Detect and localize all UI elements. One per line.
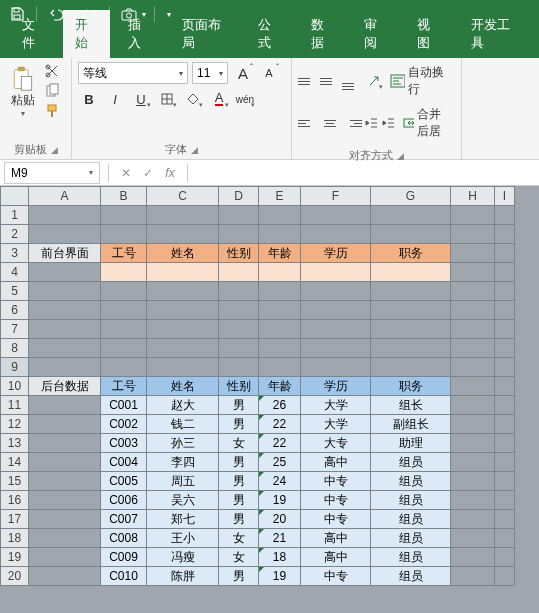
format-painter-icon[interactable] <box>42 102 62 120</box>
cell-B11[interactable]: C001 <box>101 396 147 415</box>
cell-A8[interactable] <box>29 339 101 358</box>
cell-C17[interactable]: 郑七 <box>147 510 219 529</box>
cell-D18[interactable]: 女 <box>219 529 259 548</box>
cell-C5[interactable] <box>147 282 219 301</box>
cell-D20[interactable]: 男 <box>219 567 259 586</box>
cell-F8[interactable] <box>301 339 371 358</box>
tab-data[interactable]: 数据 <box>299 10 346 58</box>
tab-formula[interactable]: 公式 <box>246 10 293 58</box>
cell-D2[interactable] <box>219 225 259 244</box>
cell-H18[interactable] <box>451 529 495 548</box>
row-header-13[interactable]: 13 <box>1 434 29 453</box>
cell-A7[interactable] <box>29 320 101 339</box>
font-name-combo[interactable]: 等线▾ <box>78 62 188 84</box>
cell-I8[interactable] <box>495 339 515 358</box>
cell-F9[interactable] <box>301 358 371 377</box>
cell-H12[interactable] <box>451 415 495 434</box>
wrap-text-button[interactable]: 自动换行 <box>386 62 455 100</box>
cell-B5[interactable] <box>101 282 147 301</box>
decrease-indent-icon[interactable] <box>364 112 380 134</box>
cell-A11[interactable] <box>29 396 101 415</box>
col-header-F[interactable]: F <box>301 187 371 206</box>
cell-B19[interactable]: C009 <box>101 548 147 567</box>
tab-dev[interactable]: 开发工具 <box>459 10 529 58</box>
cell-F13[interactable]: 大专 <box>301 434 371 453</box>
row-header-11[interactable]: 11 <box>1 396 29 415</box>
cell-A20[interactable] <box>29 567 101 586</box>
cell-F12[interactable]: 大学 <box>301 415 371 434</box>
cell-C15[interactable]: 周五 <box>147 472 219 491</box>
confirm-formula-icon[interactable]: ✓ <box>137 166 159 180</box>
row-header-20[interactable]: 20 <box>1 567 29 586</box>
underline-button[interactable]: U▾ <box>130 88 152 110</box>
row-header-7[interactable]: 7 <box>1 320 29 339</box>
cell-B4[interactable] <box>101 263 147 282</box>
row-header-5[interactable]: 5 <box>1 282 29 301</box>
cell-I12[interactable] <box>495 415 515 434</box>
cell-I14[interactable] <box>495 453 515 472</box>
col-header-C[interactable]: C <box>147 187 219 206</box>
cell-A9[interactable] <box>29 358 101 377</box>
bold-button[interactable]: B <box>78 88 100 110</box>
font-color-button[interactable]: A▾ <box>208 88 230 110</box>
row-header-17[interactable]: 17 <box>1 510 29 529</box>
cell-D3[interactable]: 性别 <box>219 244 259 263</box>
merge-center-button[interactable]: 合并后居 <box>399 104 455 142</box>
increase-indent-icon[interactable] <box>382 112 398 134</box>
fill-color-button[interactable]: ▾ <box>182 88 204 110</box>
tab-insert[interactable]: 插入 <box>116 10 163 58</box>
align-top-icon[interactable] <box>298 70 318 92</box>
cell-B7[interactable] <box>101 320 147 339</box>
cell-I13[interactable] <box>495 434 515 453</box>
cell-E6[interactable] <box>259 301 301 320</box>
cell-E2[interactable] <box>259 225 301 244</box>
cell-H7[interactable] <box>451 320 495 339</box>
cell-F1[interactable] <box>301 206 371 225</box>
redo-icon[interactable] <box>79 3 101 25</box>
cell-F10[interactable]: 学历 <box>301 377 371 396</box>
cell-A18[interactable] <box>29 529 101 548</box>
cell-C18[interactable]: 王小 <box>147 529 219 548</box>
cell-D17[interactable]: 男 <box>219 510 259 529</box>
cell-F7[interactable] <box>301 320 371 339</box>
align-launcher-icon[interactable]: ◢ <box>397 151 404 161</box>
cell-A10[interactable]: 后台数据 <box>29 377 101 396</box>
cell-I1[interactable] <box>495 206 515 225</box>
cell-C14[interactable]: 李四 <box>147 453 219 472</box>
cell-H15[interactable] <box>451 472 495 491</box>
cell-H19[interactable] <box>451 548 495 567</box>
cell-F5[interactable] <box>301 282 371 301</box>
cell-A3[interactable]: 前台界面 <box>29 244 101 263</box>
cell-G9[interactable] <box>371 358 451 377</box>
cell-D16[interactable]: 男 <box>219 491 259 510</box>
row-header-8[interactable]: 8 <box>1 339 29 358</box>
cell-D9[interactable] <box>219 358 259 377</box>
cell-E3[interactable]: 年龄 <box>259 244 301 263</box>
cell-F14[interactable]: 高中 <box>301 453 371 472</box>
cell-F16[interactable]: 中专 <box>301 491 371 510</box>
cell-I6[interactable] <box>495 301 515 320</box>
col-header-D[interactable]: D <box>219 187 259 206</box>
paste-button[interactable]: 粘贴 ▾ <box>6 62 40 118</box>
cell-A2[interactable] <box>29 225 101 244</box>
fx-icon[interactable]: fx <box>159 166 181 180</box>
cell-C1[interactable] <box>147 206 219 225</box>
cell-G18[interactable]: 组员 <box>371 529 451 548</box>
cell-C3[interactable]: 姓名 <box>147 244 219 263</box>
cell-A1[interactable] <box>29 206 101 225</box>
cell-B10[interactable]: 工号 <box>101 377 147 396</box>
cell-E7[interactable] <box>259 320 301 339</box>
row-header-19[interactable]: 19 <box>1 548 29 567</box>
cell-E11[interactable]: 26 <box>259 396 301 415</box>
cell-I11[interactable] <box>495 396 515 415</box>
cell-A17[interactable] <box>29 510 101 529</box>
name-box[interactable]: M9 ▾ <box>4 162 100 184</box>
cell-H14[interactable] <box>451 453 495 472</box>
cell-G7[interactable] <box>371 320 451 339</box>
cell-F20[interactable]: 中专 <box>301 567 371 586</box>
cell-G3[interactable]: 职务 <box>371 244 451 263</box>
cell-F19[interactable]: 高中 <box>301 548 371 567</box>
cell-B2[interactable] <box>101 225 147 244</box>
col-header-I[interactable]: I <box>495 187 515 206</box>
col-header-B[interactable]: B <box>101 187 147 206</box>
